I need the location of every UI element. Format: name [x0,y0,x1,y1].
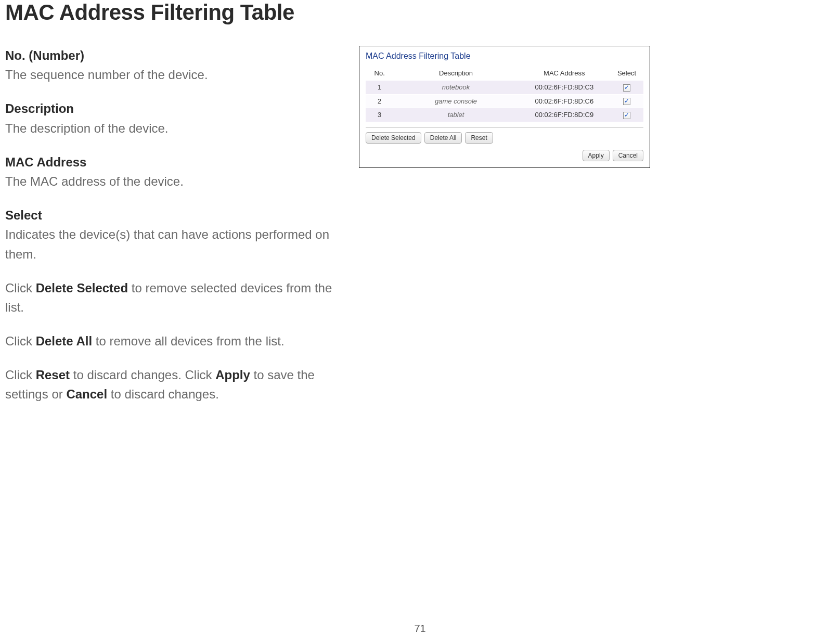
para-reset-apply-cancel: Click Reset to discard changes. Click Ap… [5,365,338,404]
delete-selected-button[interactable]: Delete Selected [366,132,421,144]
col-header-no: No. [366,66,393,81]
bold-reset: Reset [36,368,70,382]
cancel-button[interactable]: Cancel [613,150,643,161]
def-select-body: Indicates the device(s) that can have ac… [5,225,338,263]
mac-table: No. Description MAC Address Select 1 not… [366,66,643,122]
text: Click [5,368,36,382]
definitions-column: No. (Number) The sequence number of the … [5,46,338,419]
text: to remove all devices from the list. [92,334,284,348]
text: Click [5,281,36,295]
cell-description: game console [393,94,518,108]
def-select: Select Indicates the device(s) that can … [5,205,338,264]
bold-delete-all: Delete All [36,334,92,348]
para-delete-all: Click Delete All to remove all devices f… [5,331,338,351]
table-header-row: No. Description MAC Address Select [366,66,643,81]
table-row: 3 tablet 00:02:6F:FD:8D:C9 [366,108,643,122]
cell-select [610,81,643,95]
def-no-label: No. (Number) [5,46,338,65]
cell-mac: 00:02:6F:FD:8D:C3 [519,81,610,95]
def-select-label: Select [5,205,338,225]
def-no-body: The sequence number of the device. [5,65,338,84]
panel-title: MAC Address Filtering Table [366,51,643,61]
def-no: No. (Number) The sequence number of the … [5,46,338,84]
def-mac: MAC Address The MAC address of the devic… [5,152,338,191]
def-mac-label: MAC Address [5,152,338,172]
cell-description: notebook [393,81,518,95]
def-mac-body: The MAC address of the device. [5,172,338,191]
select-checkbox[interactable] [623,84,630,92]
delete-all-button[interactable]: Delete All [424,132,462,144]
mac-filter-panel: MAC Address Filtering Table No. Descript… [359,46,650,168]
text: to discard changes. Click [70,368,215,382]
text: Click [5,334,36,348]
def-description-label: Description [5,99,338,118]
cell-mac: 00:02:6F:FD:8D:C9 [519,108,610,122]
page-title: MAC Address Filtering Table [5,0,835,25]
cell-no: 2 [366,94,393,108]
cell-description: tablet [393,108,518,122]
cell-mac: 00:02:6F:FD:8D:C6 [519,94,610,108]
reset-button[interactable]: Reset [465,132,493,144]
cell-select [610,108,643,122]
panel-footer-row: Apply Cancel [366,150,643,161]
select-checkbox[interactable] [623,98,630,105]
cell-no: 1 [366,81,393,95]
bold-delete-selected: Delete Selected [36,281,128,295]
select-checkbox[interactable] [623,112,630,119]
cell-no: 3 [366,108,393,122]
def-description: Description The description of the devic… [5,99,338,137]
page-number: 71 [0,623,840,635]
table-row: 1 notebook 00:02:6F:FD:8D:C3 [366,81,643,95]
col-header-description: Description [393,66,518,81]
para-delete-selected: Click Delete Selected to remove selected… [5,278,338,317]
table-row: 2 game console 00:02:6F:FD:8D:C6 [366,94,643,108]
bold-cancel: Cancel [66,387,107,401]
text: to discard changes. [107,387,219,401]
col-header-select: Select [610,66,643,81]
cell-select [610,94,643,108]
content-row: No. (Number) The sequence number of the … [5,46,835,419]
table-action-row: Delete Selected Delete All Reset [366,127,643,144]
col-header-mac: MAC Address [519,66,610,81]
apply-button[interactable]: Apply [583,150,610,161]
bold-apply: Apply [215,368,250,382]
def-description-body: The description of the device. [5,119,338,138]
